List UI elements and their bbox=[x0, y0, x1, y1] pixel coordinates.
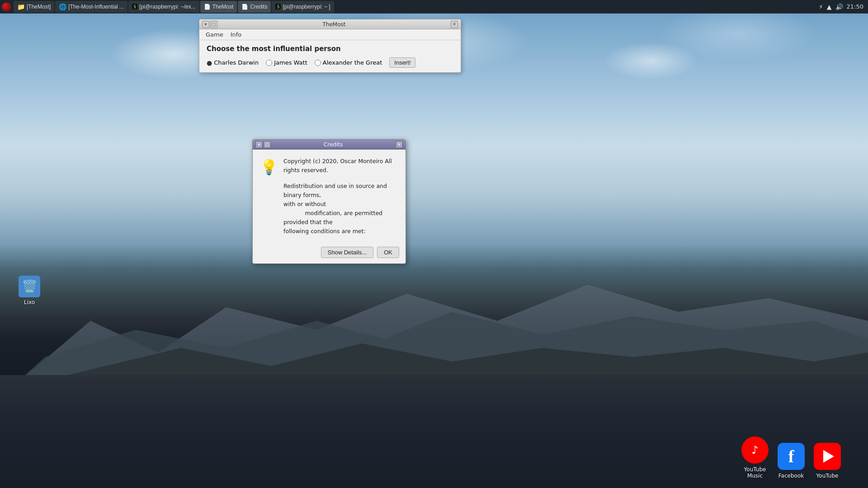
charles-label: Charles Darwin bbox=[214, 59, 259, 66]
themost-window-controls: ▾ ▢ bbox=[202, 21, 217, 28]
wifi-icon[interactable]: ▲ bbox=[827, 3, 832, 10]
credits-text-block: Copyright (c) 2020, Oscar Monteiro All r… bbox=[283, 157, 398, 236]
volume-icon[interactable]: 🔊 bbox=[835, 3, 843, 10]
ground-layer bbox=[0, 375, 868, 488]
credits-dialog-title: Credits bbox=[271, 141, 396, 148]
taskbar-themost-folder[interactable]: 📁 [TheMost] bbox=[14, 1, 54, 13]
themost-menubar: Game Info bbox=[199, 29, 461, 40]
credits-titlebar[interactable]: ▾ ▢ Credits ✕ bbox=[253, 140, 406, 150]
option-james[interactable]: James Watt bbox=[266, 59, 307, 66]
alexander-radio[interactable] bbox=[315, 60, 321, 66]
option-alexander[interactable]: Alexander the Great bbox=[315, 59, 382, 66]
credits-copyright: Copyright (c) 2020, Oscar Monteiro All r… bbox=[283, 157, 398, 175]
option-charles: ● Charles Darwin bbox=[207, 59, 259, 66]
facebook-icon: f bbox=[778, 443, 805, 470]
taskbar-terminal2-label: [pi@raspberrypi: ~ ] bbox=[283, 4, 330, 10]
themost-minimize-btn[interactable]: ▾ bbox=[202, 21, 209, 28]
themost-restore-btn[interactable]: ▢ bbox=[210, 21, 217, 28]
folder-icon: 📁 bbox=[17, 3, 25, 10]
youtube-music-icon bbox=[741, 436, 769, 464]
credits-icon: 📄 bbox=[241, 4, 248, 10]
credits-footer: Show Details... OK bbox=[253, 243, 406, 263]
themost-options: ● Charles Darwin James Watt Alexander th… bbox=[207, 57, 453, 68]
youtube-label: YouTube bbox=[816, 473, 839, 479]
taskbar-left: 📁 [TheMost] 🌐 [The-Most-Influential ... … bbox=[0, 1, 819, 13]
youtube-music-label: YouTubeMusic bbox=[744, 466, 766, 479]
credits-dialog: ▾ ▢ Credits ✕ 💡 Copyright (c) 2020, Osca… bbox=[252, 139, 406, 264]
themost-question: Choose the most influential person bbox=[207, 45, 453, 53]
youtube-play-triangle bbox=[823, 450, 834, 463]
taskbar-themost-folder-label: [TheMost] bbox=[27, 4, 51, 10]
james-label: James Watt bbox=[274, 59, 307, 66]
system-clock: 21:50 bbox=[847, 3, 863, 10]
trash-icon-image: 🗑️ bbox=[19, 276, 40, 297]
chromium-icon: 🌐 bbox=[59, 3, 66, 10]
youtube-dock-item[interactable]: YouTube bbox=[814, 443, 841, 479]
themost-app-icon: 📄 bbox=[204, 4, 211, 10]
ok-button[interactable]: OK bbox=[377, 247, 399, 258]
themost-window: ▾ ▢ TheMost ✕ Game Info Choose the most … bbox=[199, 19, 461, 73]
taskbar-credits[interactable]: 📄 Credits bbox=[238, 1, 271, 13]
terminal2-icon: $ bbox=[275, 4, 281, 9]
insert-button[interactable]: Insert! bbox=[389, 57, 415, 68]
themost-close-btn[interactable]: ✕ bbox=[451, 21, 458, 28]
themost-menu-info[interactable]: Info bbox=[227, 30, 245, 39]
alexander-label: Alexander the Great bbox=[323, 59, 382, 66]
trash-icon-label: Lixo bbox=[24, 299, 35, 305]
taskbar-right: ⚡ ▲ 🔊 21:50 bbox=[819, 3, 868, 10]
bottom-dock: YouTubeMusic f Facebook YouTube bbox=[741, 436, 841, 479]
desktop-background bbox=[0, 0, 868, 488]
credits-bulb-icon: 💡 bbox=[260, 159, 278, 236]
themost-content: Choose the most influential person ● Cha… bbox=[199, 40, 461, 72]
credits-minimize-btn[interactable]: ▾ bbox=[255, 141, 263, 148]
bluetooth-icon[interactable]: ⚡ bbox=[819, 3, 823, 10]
taskbar-terminal1[interactable]: $ [pi@raspberrypi: ~/ex... bbox=[128, 1, 199, 13]
facebook-dock-item[interactable]: f Facebook bbox=[778, 443, 805, 479]
facebook-label: Facebook bbox=[778, 473, 804, 479]
themost-window-title: TheMost bbox=[217, 21, 451, 28]
taskbar-themost-app[interactable]: 📄 TheMost bbox=[200, 1, 237, 13]
taskbar-themost-label: TheMost bbox=[212, 4, 234, 10]
taskbar: 📁 [TheMost] 🌐 [The-Most-Influential ... … bbox=[0, 0, 868, 14]
youtube-music-dock-item[interactable]: YouTubeMusic bbox=[741, 436, 769, 479]
terminal1-icon: $ bbox=[132, 4, 137, 9]
raspi-menu-button[interactable] bbox=[1, 1, 12, 12]
credits-body: Redistribution and use in source and bin… bbox=[283, 182, 398, 236]
taskbar-terminal2[interactable]: $ [pi@raspberrypi: ~ ] bbox=[272, 1, 334, 13]
taskbar-credits-label: Credits bbox=[250, 4, 267, 10]
mountain-layer bbox=[0, 239, 868, 398]
credits-dialog-controls: ▾ ▢ bbox=[255, 141, 271, 148]
themost-titlebar[interactable]: ▾ ▢ TheMost ✕ bbox=[199, 19, 461, 29]
show-details-button[interactable]: Show Details... bbox=[321, 247, 374, 258]
james-radio[interactable] bbox=[266, 60, 272, 66]
youtube-icon bbox=[814, 443, 841, 470]
credits-restore-btn[interactable]: ▢ bbox=[264, 141, 271, 148]
raspi-icon bbox=[2, 2, 11, 11]
charles-bullet: ● bbox=[207, 59, 212, 66]
trash-desktop-icon[interactable]: 🗑️ Lixo bbox=[11, 276, 47, 305]
taskbar-chromium-label: [The-Most-Influential ... bbox=[68, 4, 124, 10]
taskbar-chromium[interactable]: 🌐 [The-Most-Influential ... bbox=[55, 1, 127, 13]
taskbar-terminal1-label: [pi@raspberrypi: ~/ex... bbox=[139, 4, 196, 10]
themost-menu-game[interactable]: Game bbox=[202, 30, 227, 39]
credits-content: 💡 Copyright (c) 2020, Oscar Monteiro All… bbox=[253, 150, 406, 243]
credits-close-btn[interactable]: ✕ bbox=[396, 141, 403, 148]
